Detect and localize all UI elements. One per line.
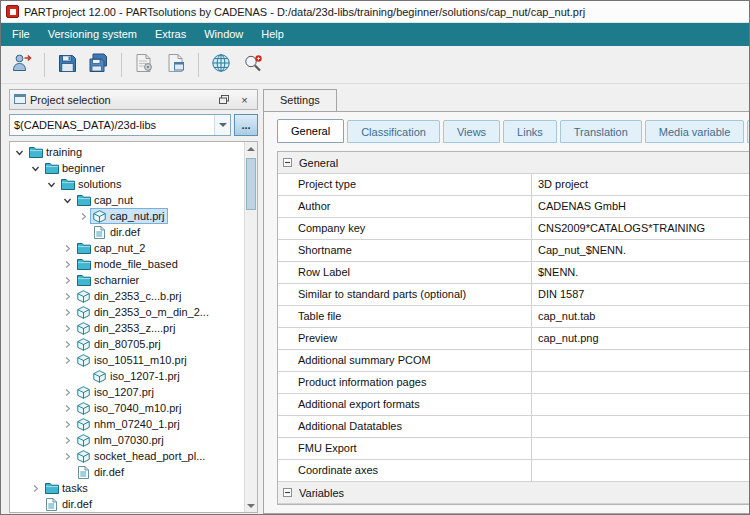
tree-item-dir-def[interactable]: dir.def [10,496,243,512]
tree-scrollbar[interactable] [244,142,257,512]
project-tree: trainingbeginnersolutionscap_nutcap_nut.… [9,141,258,513]
property-label: Shortname [278,240,531,261]
document-tools-button[interactable] [129,51,159,79]
property-row-shortname: ShortnameCap_nut_$NENN. [278,240,749,262]
tree-item-label: nlm_07030.prj [94,434,164,446]
tree-item-cap-nut-prj[interactable]: cap_nut.prj [10,208,243,224]
tree-item-nhm-07240-1-prj[interactable]: nhm_07240_1.prj [10,416,243,432]
tree-item-iso-10511-m10-prj[interactable]: iso_10511_m10.prj [10,352,243,368]
expand-chevron-icon[interactable] [62,387,73,398]
property-value[interactable] [531,350,749,371]
property-value[interactable]: DIN 1587 [531,284,749,305]
quickfinder-button[interactable] [238,51,268,79]
combobox-dropdown-icon[interactable] [214,115,230,135]
property-value[interactable]: cap_nut.tab [531,306,749,327]
property-value[interactable] [531,416,749,437]
panel-close-icon[interactable]: × [236,92,253,107]
tree-item-socket-head-port-pl[interactable]: socket_head_port_pl... [10,448,243,464]
publish-web-button[interactable] [206,51,236,79]
property-label: Table file [278,306,531,327]
tree-item-iso-1207-prj[interactable]: iso_1207.prj [10,384,243,400]
tab-translation[interactable]: Translation [560,120,642,143]
property-row-additional-export-formats: Additional export formats [278,394,749,416]
menu-item-extras[interactable]: Extras [146,23,195,46]
expand-chevron-icon[interactable] [62,307,73,318]
save-all-button[interactable] [84,51,114,79]
property-value[interactable]: CNS2009*CATALOGS*TRAINING [531,218,749,239]
menu-item-versioning-system[interactable]: Versioning system [39,23,146,46]
tree-item-label: socket_head_port_pl... [94,450,205,462]
expand-chevron-icon[interactable] [62,435,73,446]
collapse-chevron-icon[interactable] [62,195,73,206]
expand-chevron-icon[interactable] [30,483,41,494]
expand-chevron-icon[interactable] [62,403,73,414]
tree-item-label: tasks [62,482,88,494]
tree-item-cap-nut[interactable]: cap_nut [10,192,243,208]
tree-item-label: iso_1207.prj [94,386,154,398]
document-preview-button[interactable] [161,51,191,79]
menu-item-file[interactable]: File [3,23,39,46]
project-selection-button[interactable] [7,51,37,79]
tree-item-tasks[interactable]: tasks [10,480,243,496]
expand-chevron-icon[interactable] [62,291,73,302]
tree-item-dir-def[interactable]: dir.def [10,224,243,240]
quickfinder-icon [243,53,264,76]
tree-item-training[interactable]: training [10,144,243,160]
expand-chevron-icon[interactable] [62,339,73,350]
tree-item-din-80705-prj[interactable]: din_80705.prj [10,336,243,352]
property-value[interactable]: CADENAS GmbH [531,196,749,217]
expand-chevron-icon[interactable] [62,323,73,334]
tree-item-din-2353-c-b-prj[interactable]: din_2353_c...b.prj [10,288,243,304]
expand-chevron-icon[interactable] [62,451,73,462]
expand-chevron-icon[interactable] [62,355,73,366]
property-row-row-label: Row Label$NENN. [278,262,749,284]
save-button[interactable] [52,51,82,79]
expand-chevron-icon[interactable] [62,259,73,270]
tree-item-din-2353-z-prj[interactable]: din_2353_z....prj [10,320,243,336]
tree-item-beginner[interactable]: beginner [10,160,243,176]
collapse-box-icon[interactable] [283,488,292,497]
property-value[interactable]: $NENN. [531,262,749,283]
collapse-chevron-icon[interactable] [30,163,41,174]
tree-item-scharnier[interactable]: scharnier [10,272,243,288]
tree-item-cap-nut-2[interactable]: cap_nut_2 [10,240,243,256]
property-value[interactable]: Cap_nut_$NENN. [531,240,749,261]
expand-chevron-icon[interactable] [62,275,73,286]
tree-item-iso-7040-m10-prj[interactable]: iso_7040_m10.prj [10,400,243,416]
property-value[interactable]: 3D project [531,174,749,195]
tree-item-label: cap_nut [94,194,133,206]
collapse-box-icon[interactable] [283,158,292,167]
menu-item-help[interactable]: Help [252,23,293,46]
tree-item-nlm-07030-prj[interactable]: nlm_07030.prj [10,432,243,448]
collapse-chevron-icon[interactable] [46,179,57,190]
property-value[interactable] [531,438,749,459]
tree-item-din-2353-o-m-din-2[interactable]: din_2353_o_m_din_2... [10,304,243,320]
catalog-path-combobox[interactable]: $(CADENAS_DATA)/23d-libs [9,114,231,136]
expand-chevron-icon[interactable] [62,419,73,430]
scroll-down-icon[interactable] [245,499,257,512]
property-value[interactable] [531,372,749,393]
tab-history[interactable]: History [747,120,749,143]
expand-chevron-icon[interactable] [78,211,89,222]
scroll-up-icon[interactable] [245,142,257,155]
property-value[interactable]: cap_nut.png [531,328,749,349]
tab-settings[interactable]: Settings [263,89,337,111]
tree-item-solutions[interactable]: solutions [10,176,243,192]
tree-item-dir-def[interactable]: dir.def [10,464,243,480]
property-value[interactable] [531,460,749,481]
scroll-thumb[interactable] [246,158,256,210]
tab-links[interactable]: Links [503,120,557,143]
expand-chevron-icon[interactable] [62,243,73,254]
tab-general[interactable]: General [277,119,344,143]
tab-media-variable[interactable]: Media variable [645,120,745,143]
browse-button[interactable]: ... [234,114,258,136]
panel-restore-icon[interactable] [215,92,232,107]
tree-item-mode-file-based[interactable]: mode_file_based [10,256,243,272]
tree-item-iso-1207-1-prj[interactable]: iso_1207-1.prj [10,368,243,384]
property-value[interactable] [531,394,749,415]
menu-item-window[interactable]: Window [195,23,252,46]
tab-views[interactable]: Views [443,120,500,143]
tab-classification[interactable]: Classification [347,120,440,143]
collapse-chevron-icon[interactable] [14,147,25,158]
tree-item-label: iso_7040_m10.prj [94,402,181,414]
